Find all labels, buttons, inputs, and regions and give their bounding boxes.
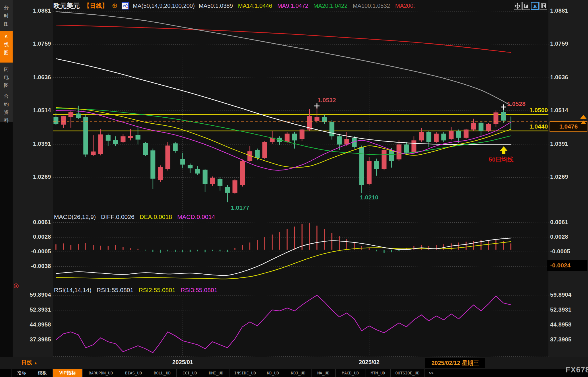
tab-ma-ud[interactable]: MA_UD — [311, 369, 336, 377]
ma-value-label: MA14:1.0446 — [238, 3, 272, 9]
ma-value-label: MA200: — [395, 3, 415, 9]
axis-tick-label: 1.0269 — [550, 174, 587, 180]
ma-value-label: MA9:1.0472 — [277, 3, 308, 9]
macd-header: MACD(26,12,9) DIFF:0.0026 DEA:0.0018 MAC… — [54, 213, 215, 220]
symbol-title: 欧元美元 — [53, 1, 80, 10]
ma-settings-label[interactable]: MA(50,14,9,20,100,200) — [133, 3, 195, 9]
tab-kdj-ud[interactable]: KDJ_UD — [285, 369, 311, 377]
tab-mtm-ud[interactable]: MTM_UD — [365, 369, 391, 377]
tab-指标[interactable]: 指标 — [11, 369, 32, 377]
macd-diff-value: DIFF:0.0026 — [101, 213, 135, 220]
axis-tick-label: 1.0391 — [550, 141, 587, 147]
tab-bias-ud[interactable]: BIAS_UD — [119, 369, 148, 377]
rsi-header: RSI(14,14,14) RSI1:55.0801 RSI2:55.0801 … — [54, 287, 217, 294]
axis-tick-label: 52.3931 — [13, 306, 51, 313]
swing-high-label: 1.0532 — [318, 97, 336, 104]
add-indicator-icon[interactable]: ⊕ — [112, 2, 118, 9]
record-dot-icon[interactable] — [14, 283, 19, 288]
ma50-note-label: 50日均线 — [489, 156, 513, 164]
sidebar-item-2[interactable]: K 线 图 — [0, 31, 13, 63]
macd-cursor-badge: -0.0024 — [547, 260, 587, 271]
sidebar-item-1[interactable]: 分 时 图 — [0, 2, 13, 30]
tabbar-corner — [0, 369, 11, 377]
chart-header: 欧元美元 【日线】 ⊕ MA(50,14,9,20,100,200) MA50:… — [53, 1, 415, 10]
axis-tick-label: 59.8904 — [550, 292, 587, 298]
swing-low-label: 1.0177 — [231, 204, 249, 211]
rsi2-value: RSI2:55.0801 — [139, 287, 175, 294]
rsi-params[interactable]: RSI(14,14,14) — [54, 287, 91, 294]
tab-vip指标[interactable]: VIP指标 — [53, 369, 83, 377]
date-axis-label: 2025/01 — [172, 359, 193, 366]
ma-value-label: MA20:1.0422 — [314, 3, 348, 9]
tab-barupdn-ud[interactable]: BARUPDN_UD — [83, 369, 119, 377]
axis-tick-label: 1.0759 — [550, 40, 587, 47]
date-axis-label: 2025/02 — [359, 359, 379, 366]
date-axis-row: 日线 ▲ 2025/02/12 星期三 2025/012025/02 — [0, 357, 588, 369]
ma-value-label: MA100:1.0532 — [353, 3, 390, 9]
tab-kd-ud[interactable]: KD_UD — [261, 369, 285, 377]
tab--[interactable]: >> — [425, 369, 438, 377]
axis-tick-label: 1.0881 — [13, 7, 51, 14]
rsi1-value: RSI1:55.0801 — [97, 287, 133, 294]
scroll-to-latest-button[interactable] — [579, 114, 587, 129]
support-line-label: 1.0440 — [505, 123, 548, 130]
cursor-date-badge: 2025/02/12 星期三 — [425, 358, 485, 368]
ma-value-label: MA50:1.0389 — [199, 3, 233, 9]
fx678-watermark: FX678 — [566, 366, 588, 374]
axis-tick-label: 0.0061 — [13, 219, 51, 226]
axes-auto-scale-icon[interactable] — [531, 2, 539, 10]
recent-high-label: 1.0528 — [507, 100, 525, 107]
resistance-line-label: 1.0500 — [505, 107, 548, 114]
axis-tick-label: -0.0005 — [13, 248, 51, 255]
axis-tick-label: -0.0005 — [550, 248, 587, 255]
axis-tick-label: 59.8904 — [13, 292, 51, 298]
pan-crosshair-icon[interactable] — [514, 2, 521, 10]
axis-tick-label: 1.0514 — [13, 107, 51, 114]
tab-cci-ud[interactable]: CCI_UD — [177, 369, 203, 377]
tab-模板[interactable]: 模板 — [32, 369, 53, 377]
tab-boll-ud[interactable]: BOLL_UD — [148, 369, 177, 377]
chart-type-icon[interactable] — [122, 2, 129, 9]
timeframe-label[interactable]: 【日线】 — [84, 2, 108, 10]
sidebar: 分 时 图K 线 图闪 电 图合 约 资 料 — [0, 0, 13, 122]
indicator-tab-bar: 指标模板VIP指标BARUPDN_UDBIAS_UDBOLL_UDCCI_UDD… — [0, 369, 588, 377]
swing-low2-label: 1.0210 — [360, 194, 378, 201]
axis-tick-label: 1.0636 — [13, 74, 51, 81]
macd-hist-value: MACD:0.0014 — [177, 213, 215, 220]
sidebar-item-4[interactable]: 合 约 资 料 — [0, 91, 13, 124]
axis-tick-label: 44.8958 — [550, 321, 587, 328]
axis-tick-label: 1.0514 — [550, 107, 587, 114]
axis-tick-label: 0.0061 — [550, 219, 587, 226]
macd-dea-value: DEA:0.0018 — [140, 213, 172, 220]
axis-tick-label: 0.0028 — [13, 234, 51, 240]
tab-inside-ud[interactable]: INSIDE_UD — [229, 369, 261, 377]
axis-tick-label: 0.0028 — [550, 234, 587, 240]
top-toolbar — [514, 2, 547, 10]
axis-tick-label: 1.0269 — [13, 174, 51, 180]
period-selector[interactable]: 日线 ▲ — [21, 359, 38, 366]
sidebar-item-3[interactable]: 闪 电 图 — [0, 64, 13, 91]
axis-tick-label: 37.3985 — [550, 336, 587, 343]
period-label: 日线 — [21, 359, 32, 366]
axis-tick-label: 1.0881 — [550, 7, 587, 14]
chart-canvas[interactable] — [0, 0, 588, 377]
axes-scale-icon[interactable] — [522, 2, 530, 10]
axis-tick-label: 1.0391 — [13, 141, 51, 147]
axis-tick-label: 37.3985 — [13, 336, 51, 343]
axis-tick-label: 1.0636 — [550, 74, 587, 81]
ma-values: MA50:1.0389MA14:1.0446MA9:1.0472MA20:1.0… — [199, 3, 415, 9]
sidebar-lower-strip — [0, 122, 13, 357]
tab-dmi-ud[interactable]: DMI_UD — [203, 369, 229, 377]
axis-tick-label: 52.3931 — [550, 306, 587, 313]
trading-terminal: 分 时 图K 线 图闪 电 图合 约 资 料 欧元美元 【日线】 ⊕ MA(50… — [0, 0, 588, 377]
axis-tick-label: 44.8958 — [13, 321, 51, 328]
macd-params[interactable]: MACD(26,12,9) — [54, 213, 96, 220]
axis-tick-label: 1.0759 — [13, 40, 51, 47]
period-arrow-icon: ▲ — [34, 361, 38, 365]
rsi3-value: RSI3:55.0801 — [181, 287, 217, 294]
tab-macd-ud[interactable]: MACD_UD — [336, 369, 365, 377]
axis-tick-label: -0.0038 — [13, 263, 51, 269]
side-panel-toggle-icon[interactable] — [540, 2, 547, 10]
tab-outside-ud[interactable]: OUTSIDE_UD — [391, 369, 425, 377]
